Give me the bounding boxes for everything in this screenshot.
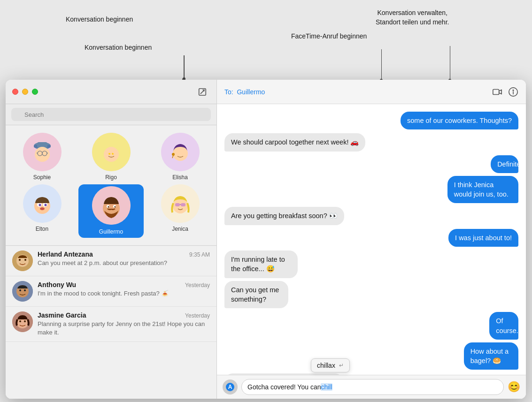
svg-point-29 xyxy=(108,206,109,208)
facetime-button[interactable] xyxy=(492,87,502,97)
avatar-jasmine xyxy=(12,311,33,332)
conversation-jasmine[interactable]: Jasmine Garcia Yesterday Planning a surp… xyxy=(6,307,216,342)
annotation-compose-label: Konversation beginnen xyxy=(66,15,133,24)
msg-preview-anthony: I'm in the mood to cook tonight. Fresh p… xyxy=(38,289,210,298)
msg-row-2: Definitely. xyxy=(476,155,518,173)
msg-row-1: We should carpool together next week! 🚗 xyxy=(224,133,518,151)
avatar-anthony xyxy=(12,281,33,302)
msg-content-anthony: Anthony Wu Yesterday I'm in the mood to … xyxy=(38,281,210,298)
msg-row-4: Are you getting breakfast soon? 👀 xyxy=(224,207,518,225)
sidebar: 🔍 xyxy=(6,80,217,399)
avatar-herland xyxy=(12,250,33,271)
pinned-contacts: Sophie Rigo xyxy=(6,125,216,246)
svg-rect-33 xyxy=(175,203,180,206)
svg-point-12 xyxy=(104,147,119,162)
chat-to: To: Guillermo xyxy=(224,88,265,96)
msg-sender-anthony: Anthony Wu xyxy=(38,281,76,288)
conversation-anthony[interactable]: Anthony Wu Yesterday I'm in the mood to … xyxy=(6,276,216,307)
input-highlighted-text: chill xyxy=(321,383,332,391)
avatar-guillermo xyxy=(92,186,131,225)
info-button[interactable] xyxy=(508,87,518,97)
bubble-4: Are you getting breakfast soon? 👀 xyxy=(224,207,344,225)
contact-pin-sophie[interactable]: Sophie xyxy=(9,133,75,181)
svg-point-47 xyxy=(24,320,26,322)
close-button[interactable] xyxy=(12,89,18,95)
msg-content-herland: Herland Antezana 9:35 AM Can you meet at… xyxy=(38,250,210,267)
minimize-button[interactable] xyxy=(22,89,28,95)
app-window: 🔍 xyxy=(6,80,526,399)
svg-point-51 xyxy=(513,90,513,90)
svg-point-39 xyxy=(24,259,26,261)
titlebar xyxy=(6,80,216,104)
chat-header: To: Guillermo xyxy=(217,80,526,104)
line-facetime xyxy=(381,49,382,81)
msg-row-9: How about a bagel? 🥯 xyxy=(434,342,518,370)
msg-header-herland: Herland Antezana 9:35 AM xyxy=(38,250,210,258)
contact-name-jenica: Jenica xyxy=(172,226,188,232)
avatar-elton xyxy=(23,184,62,223)
autocomplete-symbol: ↵ xyxy=(339,362,344,369)
bubble-6: I'm running late to the office... 😅 xyxy=(224,250,298,278)
avatar-sophie xyxy=(23,133,62,171)
search-bar: 🔍 xyxy=(6,104,216,125)
contact-pin-jenica[interactable]: Jenica xyxy=(147,184,213,238)
svg-point-24 xyxy=(40,207,45,210)
svg-point-22 xyxy=(39,204,41,206)
msg-row-7: Can you get me something? xyxy=(224,281,323,309)
conversation-herland[interactable]: Herland Antezana 9:35 AM Can you meet at… xyxy=(6,246,216,276)
autocomplete-popup[interactable]: chillax ↵ xyxy=(311,358,350,372)
chat-input-area: A Gotcha covered! You can chill 😊 chilla… xyxy=(217,375,526,399)
chat-recipient: Guillermo xyxy=(237,88,265,96)
input-text-before: Gotcha covered! You can xyxy=(247,383,321,391)
bubble-7: Can you get me something? xyxy=(224,281,288,309)
message-list: Herland Antezana 9:35 AM Can you meet at… xyxy=(6,246,216,399)
svg-rect-48 xyxy=(493,89,499,94)
contact-name-sophie: Sophie xyxy=(33,174,51,181)
chat-panel: To: Guillermo xyxy=(217,80,526,399)
line-compose xyxy=(184,55,185,80)
contact-pin-elton[interactable]: Elton xyxy=(9,184,75,238)
svg-point-42 xyxy=(19,289,21,291)
svg-text:A: A xyxy=(228,384,232,390)
chat-messages: some of our coworkers. Thoughts? We shou… xyxy=(217,104,526,375)
bubble-5: I was just about to! xyxy=(448,229,518,247)
bubble-8: Of course. xyxy=(489,312,518,340)
msg-row-3: I think Jenica would join us, too. xyxy=(409,176,518,204)
emoji-button[interactable]: 😊 xyxy=(508,381,520,393)
msg-sender-herland: Herland Antezana xyxy=(38,250,93,258)
contact-pin-elisha[interactable]: Elisha xyxy=(147,133,213,181)
bubble-3: I think Jenica would join us, too. xyxy=(447,176,518,204)
bubble-9: How about a bagel? 🥯 xyxy=(464,342,518,370)
avatar-elisha xyxy=(161,133,200,171)
svg-point-46 xyxy=(19,320,21,322)
search-wrapper: 🔍 xyxy=(11,108,211,121)
contact-name-guillermo: Guillermo xyxy=(95,228,127,236)
contact-pin-rigo[interactable]: Rigo xyxy=(78,133,144,181)
bubble-0: some of our coworkers. Thoughts? xyxy=(401,112,518,129)
svg-point-23 xyxy=(44,204,46,206)
svg-line-9 xyxy=(37,153,38,153)
chat-actions xyxy=(492,87,518,97)
svg-line-10 xyxy=(47,153,48,153)
msg-sender-jasmine: Jasmine Garcia xyxy=(38,311,86,319)
traffic-lights xyxy=(12,89,38,95)
autocomplete-word: chillax xyxy=(317,362,335,369)
msg-row-0: some of our coworkers. Thoughts? xyxy=(224,112,518,129)
avatar-jenica xyxy=(161,184,200,223)
svg-point-32 xyxy=(173,198,188,213)
annotation-manage-label: Konversation verwalten,Standort teilen u… xyxy=(376,8,449,27)
svg-rect-34 xyxy=(181,203,185,206)
chat-input-field[interactable]: Gotcha covered! You can chill xyxy=(241,379,504,395)
annotation-compose: Konversation beginnen xyxy=(85,43,152,53)
svg-point-30 xyxy=(114,206,116,208)
chat-to-label: To: xyxy=(224,88,233,96)
msg-time-herland: 9:35 AM xyxy=(189,251,210,258)
contact-name-elton: Elton xyxy=(36,226,48,232)
line-manage xyxy=(450,46,450,81)
fullscreen-button[interactable] xyxy=(32,89,38,95)
app-store-button[interactable]: A xyxy=(223,379,238,394)
search-input[interactable] xyxy=(11,108,211,121)
contact-pin-guillermo[interactable]: Guillermo xyxy=(78,184,144,238)
compose-button[interactable] xyxy=(195,84,210,99)
msg-row-8: Of course. xyxy=(474,312,518,340)
